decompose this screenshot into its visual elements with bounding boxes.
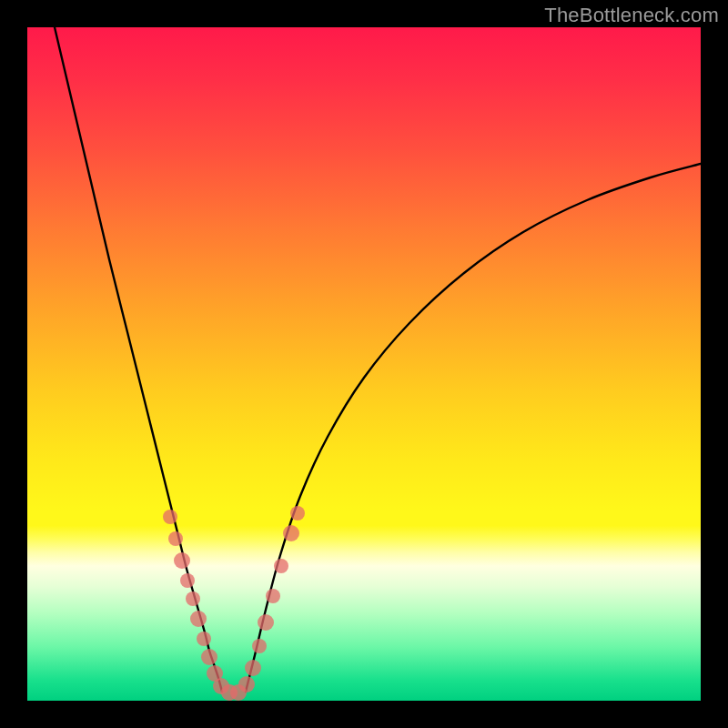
threshold-dot (258, 614, 274, 631)
threshold-dot (252, 639, 267, 653)
threshold-dots-group (163, 506, 305, 701)
threshold-dot (283, 525, 299, 541)
threshold-dot (274, 559, 288, 573)
threshold-dot (168, 531, 183, 546)
threshold-dot (245, 660, 261, 676)
watermark-text: TheBottleneck.com (544, 4, 719, 27)
plot-area (27, 27, 701, 701)
threshold-dot (201, 649, 217, 665)
chart-container: TheBottleneck.com (0, 0, 728, 728)
threshold-dot (290, 506, 305, 521)
threshold-dot (221, 684, 238, 701)
chart-svg (27, 27, 701, 701)
threshold-dot (186, 592, 200, 606)
threshold-dot (238, 676, 255, 693)
threshold-dot (174, 552, 190, 569)
threshold-dot (163, 510, 177, 524)
threshold-dot (197, 632, 211, 646)
threshold-dot (213, 678, 229, 694)
curve-left-branch (55, 27, 222, 692)
threshold-dot (266, 589, 280, 603)
threshold-dot (207, 665, 223, 682)
threshold-dot (180, 573, 195, 588)
threshold-dot (230, 684, 247, 701)
curve-right-branch (246, 164, 701, 692)
threshold-dot (190, 611, 207, 627)
